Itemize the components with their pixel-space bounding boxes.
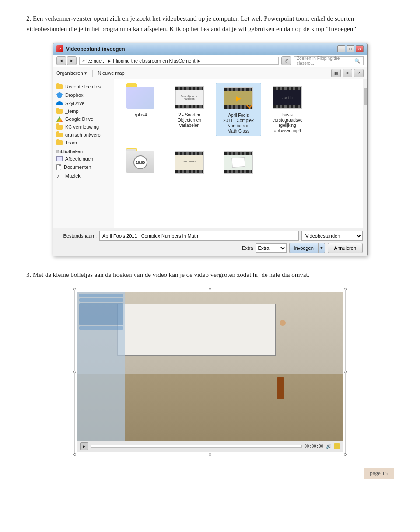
filename-input[interactable] <box>99 231 299 241</box>
extra-label: Extra <box>242 245 253 251</box>
sidebar-item-team[interactable]: Team <box>53 139 114 147</box>
resize-dot-ml[interactable] <box>74 371 76 373</box>
folder-thumb-clock: 10:00 <box>126 151 154 173</box>
scrollbar-thumb[interactable] <box>364 88 367 105</box>
file-label-7plus4: 7plus4 <box>134 112 147 118</box>
file-item-aprilfools[interactable]: ▶ April Fools 2011_ Complex Numbers in M… <box>216 83 261 136</box>
code-text: ax+b <box>282 95 293 100</box>
clock-face: 10:00 <box>133 155 147 169</box>
news-subtext: ... <box>189 163 190 165</box>
time-display: 00:00:00 <box>304 444 323 448</box>
minimize-button[interactable]: − <box>337 46 345 52</box>
resize-dot-tm[interactable] <box>209 288 211 290</box>
file-thumb-news: Goed nieuws: ... <box>174 149 205 175</box>
resize-dot-bl[interactable] <box>74 453 76 456</box>
annuleren-button[interactable]: Annuleren <box>328 243 363 253</box>
filmstrip-top-s <box>224 152 252 155</box>
file-thumb-aprilfools: ▶ <box>223 85 254 111</box>
file-item-news[interactable]: Goed nieuws: ... <box>167 147 212 179</box>
new-folder-button[interactable]: Nieuwe map <box>98 70 125 76</box>
resize-dot-tl[interactable] <box>74 288 76 290</box>
resize-dot-mr[interactable] <box>344 371 346 373</box>
presenter-body <box>276 377 284 399</box>
search-box[interactable]: Zoeken in Flipping the classro... 🔍 <box>294 56 364 65</box>
file-item-soorten[interactable]: Basis objecten en variabelen 2 - Soorten… <box>167 83 212 136</box>
video-screen-inner <box>77 292 343 441</box>
folder-icon <box>56 84 63 89</box>
video-player: ▶ 00:00:00 🔊 <box>74 289 346 455</box>
file-dialog: P Videobestand invoegen − □ ✕ ◄ ► « lezi… <box>52 43 368 256</box>
sidebar-label-googledrive: Google Drive <box>65 116 93 122</box>
sidebar-item-muziek[interactable]: ♪ Muziek <box>53 172 114 180</box>
dialog-wrapper: P Videobestand invoegen − □ ✕ ◄ ► « lezi… <box>26 43 394 256</box>
sidebar-item-afbeeldingen[interactable]: Afbeeldingen <box>53 155 114 163</box>
sidebar-item-skydrive[interactable]: SkyDrive <box>53 99 114 107</box>
sidebar-item-grafisch[interactable]: grafisch ontwerp <box>53 131 114 139</box>
back-button[interactable]: ◄ <box>56 56 66 65</box>
filename-row: Bestandsnaam: Videobestanden <box>57 231 363 241</box>
sidebar-label-muziek: Muziek <box>65 173 80 178</box>
sidebar-item-kc[interactable]: KC vernieuwing <box>53 123 114 131</box>
extra-dropdown[interactable]: Extra <box>256 243 287 253</box>
invoegen-split-button[interactable]: Invoegen ▼ <box>289 243 325 253</box>
music-icon: ♪ <box>56 173 63 179</box>
video-screen <box>77 292 343 441</box>
sidebar-item-documenten[interactable]: Documenten <box>53 163 114 172</box>
view-button-1[interactable]: ▦ <box>331 69 341 77</box>
scrollbar-vertical[interactable] <box>363 79 367 228</box>
sidebar-bar-2 <box>79 298 123 302</box>
organize-button[interactable]: Organiseren ▾ <box>56 70 87 76</box>
search-icon: 🔍 <box>354 58 360 64</box>
filmstrip-bottom-b <box>273 105 301 108</box>
invoegen-button[interactable]: Invoegen <box>289 243 318 253</box>
page-number-wrapper: page 15 <box>26 468 394 479</box>
sidebar-item-temp[interactable]: _temp <box>53 107 114 115</box>
progress-bar[interactable] <box>91 445 302 448</box>
file-item-basis[interactable]: ax+b basis eerstegraadsvergelijking oplo… <box>265 83 310 136</box>
folder-icon-temp <box>56 109 63 114</box>
volume-icon[interactable]: 🔊 <box>326 444 331 449</box>
resize-dot-br[interactable] <box>344 453 346 456</box>
filmstrip-bottom <box>175 105 203 108</box>
file-item-slide[interactable] <box>216 147 261 179</box>
video-wrapper: ▶ 00:00:00 🔊 <box>26 289 394 455</box>
page-number: page 15 <box>364 468 394 479</box>
invoegen-arrow[interactable]: ▼ <box>318 243 325 253</box>
sidebar-bar-1 <box>79 294 123 297</box>
resize-dot-tr[interactable] <box>344 288 346 290</box>
close-button[interactable]: ✕ <box>356 46 364 52</box>
dialog-actions: Extra Extra Invoegen ▼ Annuleren <box>57 243 363 253</box>
sidebar-item-dropbox[interactable]: Dropbox <box>53 91 114 99</box>
play-button[interactable]: ▶ <box>80 442 88 450</box>
refresh-button[interactable]: ↺ <box>281 56 291 65</box>
sidebar-bar-3 <box>79 303 123 325</box>
paragraph-3: 3. Met de kleine bolletjes aan de hoeken… <box>26 270 394 280</box>
file-label-basis: basis eerstegraadsvergelijking oplossen.… <box>272 112 303 133</box>
maximize-button[interactable]: □ <box>346 46 354 52</box>
resize-dot-bm[interactable] <box>209 453 211 456</box>
sidebar-item-googledrive[interactable]: Google Drive <box>53 115 114 123</box>
dialog-title-icon: P <box>56 46 63 52</box>
folder-icon-grafisch <box>56 133 63 137</box>
paragraph-2: 2. Een verkenner-venster opent zich en j… <box>26 13 394 34</box>
slide-thumb <box>231 157 245 168</box>
view-button-2[interactable]: ≡ <box>343 69 352 77</box>
resize-handle[interactable] <box>334 443 340 449</box>
file-item-7plus4[interactable]: 7plus4 <box>118 83 163 136</box>
forward-button[interactable]: ► <box>67 56 77 65</box>
skydrive-icon <box>56 101 63 105</box>
sidebar-item-recente[interactable]: Recente locaties <box>53 83 114 91</box>
folder-tab <box>126 149 136 151</box>
file-item-clock[interactable]: 10:00 <box>118 147 163 179</box>
nav-buttons: ◄ ► <box>56 56 77 65</box>
file-thumb-7plus4 <box>125 84 156 111</box>
filetype-select[interactable]: Videobestanden <box>301 231 363 241</box>
help-button[interactable]: ? <box>354 69 364 77</box>
search-placeholder: Zoeken in Flipping the classro... <box>297 56 354 66</box>
sidebar-label-recente: Recente locaties <box>65 84 101 89</box>
toolbar-separator <box>92 70 93 77</box>
dropbox-icon <box>56 92 63 98</box>
address-path[interactable]: « lezinge... ► Flipping the classroom en… <box>79 57 279 65</box>
dialog-title: P Videobestand invoegen <box>56 46 125 52</box>
folder-icon-team <box>56 140 63 145</box>
